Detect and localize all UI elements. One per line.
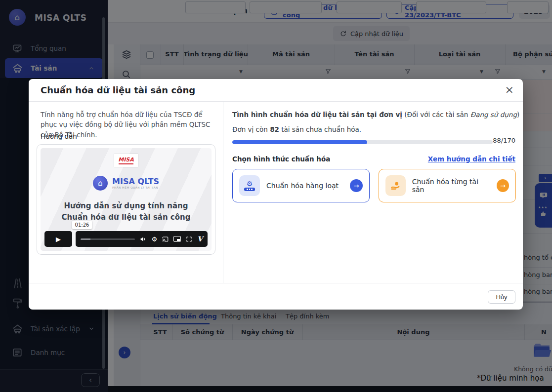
single-standardize-card[interactable]: Chuẩn hóa từng tài sản → [379,169,516,202]
video-brand-name: MISA QLTS [112,177,159,186]
video-caption-line1: Hướng dẫn sử dụng tính năng [41,200,212,212]
remaining-prefix: Đơn vị còn [232,125,270,133]
status-heading: Tình hình chuẩn hóa dữ liệu tài sản tại … [232,111,519,118]
bulk-card-label: Chuẩn hóa hàng loạt [266,182,339,190]
volume-icon[interactable] [139,235,147,243]
status-heading-bold: Tình hình chuẩn hóa dữ liệu tài sản tại … [232,111,402,118]
single-card-label: Chuẩn hóa từng tài sản [412,178,490,194]
video-brand-tagline: PHẦN MỀM QUẢN LÝ TÀI SẢN [112,186,159,189]
video-timeline[interactable] [81,238,135,240]
modal-left-column: Tính năng hỗ trợ chuẩn hóa dữ liệu của T… [29,102,223,283]
remaining-suffix: tài sản chưa chuẩn hóa. [279,125,361,133]
guide-video-frame: MISA ⌂ MISA QLTS PHẦN MỀM QUẢN LÝ TÀI SẢ… [37,144,215,255]
modal-title: Chuẩn hóa dữ liệu tài sản công [41,85,195,95]
cast-icon[interactable] [162,235,169,243]
video-caption-line2: Chuẩn hóa dữ liệu tài sản công [41,212,212,223]
guide-video-player[interactable]: MISA ⌂ MISA QLTS PHẦN MỀM QUẢN LÝ TÀI SẢ… [41,148,212,251]
app-window: ⌂ MISA QLTS Tổng quan Tài sản [0,0,552,392]
remaining-line: Đơn vị còn 82 tài sản chưa chuẩn hóa. [232,125,361,133]
choose-method-label: Chọn hình thức chuẩn hóa [232,155,330,163]
remaining-count: 82 [270,125,279,133]
video-controls: ▶ ⚙ [44,231,208,247]
video-control-bar: ⚙ V [76,231,208,247]
progress-label: 88/170 [493,137,515,144]
hand-asset-icon [385,175,406,196]
vimeo-logo-icon[interactable]: V [197,235,203,243]
misa-logo-bar [119,163,133,164]
guide-label: Hướng dẫn [41,132,77,140]
fullscreen-icon[interactable] [185,235,193,243]
modal-footer: Hủy [29,283,523,310]
misa-logo-box: MISA [114,154,138,167]
progress-bar [232,140,493,144]
standardize-modal: Chuẩn hóa dữ liệu tài sản công × Tính nă… [29,79,523,310]
arrow-right-icon: → [350,179,363,192]
status-heading-italic: Đang sử dụng [470,111,517,118]
arrow-right-icon: → [497,179,509,192]
detail-guide-link[interactable]: Xem hướng dẫn chi tiết [428,155,515,163]
progress-fill [232,140,367,144]
close-icon[interactable]: × [505,84,514,96]
video-caption: Hướng dẫn sử dụng tính năng Chuẩn hóa dữ… [41,200,212,223]
play-button[interactable]: ▶ [44,231,72,247]
video-timestamp-tooltip: 01:26 [72,221,92,229]
cancel-button[interactable]: Hủy [488,290,515,304]
demo-data-watermark: *Dữ liệu minh họa [477,374,544,383]
bulk-standardize-card[interactable]: ⚙ Chuẩn hóa hàng loạt → [232,169,370,202]
automation-gear-icon: ⚙ [239,175,260,196]
play-icon: ▶ [56,235,61,243]
status-heading-normal: (Đối với các tài sản [402,111,470,118]
pip-icon[interactable] [173,236,181,242]
modal-right-column: Tình hình chuẩn hóa dữ liệu tài sản tại … [223,102,523,283]
video-brand-row: ⌂ MISA QLTS PHẦN MỀM QUẢN LÝ TÀI SẢN [41,176,212,191]
misa-logo-text: MISA [118,157,133,162]
qlts-logo-icon: ⌂ [93,176,108,191]
video-settings-icon[interactable]: ⚙ [151,235,157,243]
status-heading-close: ) [517,111,519,118]
